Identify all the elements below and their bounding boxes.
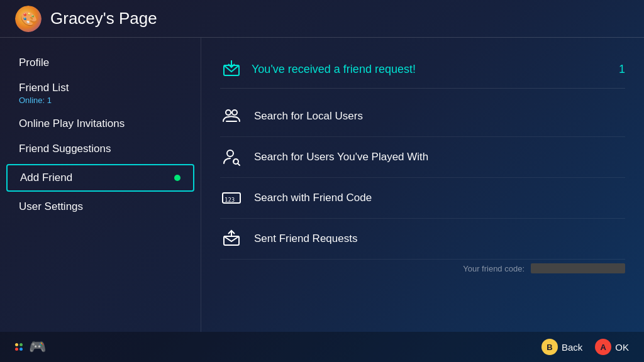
friend-code-area: Your friend code: [220,260,625,273]
friend-request-icon [220,58,243,80]
dot-green [19,343,23,346]
controller-icon: 🎮 [29,339,46,355]
ok-button[interactable]: A OK [595,339,629,355]
dot-blue [19,348,23,351]
menu-item-friend-code[interactable]: 123 Search with Friend Code [220,178,625,219]
sidebar-item-label: Friend List [19,82,69,94]
sidebar: Profile Friend List Online: 1 Online Pla… [0,38,201,332]
dot-red [15,348,18,351]
page-title: Gracey's Page [50,9,157,28]
main-layout: Profile Friend List Online: 1 Online Pla… [0,38,644,332]
svg-line-6 [238,163,240,165]
avatar: 🎨 [15,6,42,32]
sidebar-item-label: User Settings [19,200,83,212]
banner-left: You've received a friend request! [220,58,416,80]
bottom-right: B Back A OK [541,339,629,355]
menu-item-search-played[interactable]: Search for Users You've Played With [220,137,625,178]
sidebar-item-friend-suggestions[interactable]: Friend Suggestions [0,136,201,162]
friend-code-icon: 123 [220,187,243,209]
content-area: You've received a friend request! 1 Sear… [201,38,644,332]
sidebar-item-label: Online Play Invitations [19,118,125,129]
a-button-label: A [601,343,606,352]
sidebar-item-profile[interactable]: Profile [0,50,201,75]
menu-item-label: Search with Friend Code [254,192,372,204]
back-button[interactable]: B Back [541,339,582,355]
friend-request-banner[interactable]: You've received a friend request! 1 [220,50,625,89]
sidebar-item-user-settings[interactable]: User Settings [0,194,201,219]
svg-point-4 [227,150,233,156]
sidebar-item-add-friend[interactable]: Add Friend [6,164,194,192]
sidebar-item-friend-list[interactable]: Friend List Online: 1 [0,75,201,111]
user-search-icon [220,146,243,168]
svg-text:123: 123 [225,197,235,203]
b-button-label: B [547,343,552,352]
sidebar-item-label: Profile [19,57,49,69]
svg-point-2 [226,110,231,115]
send-icon [220,228,243,250]
friend-code-value [531,263,625,273]
bottom-bar: 🎮 B Back A OK [0,332,644,362]
ok-label: OK [615,342,629,353]
menu-item-label: Search for Local Users [254,110,363,123]
menu-item-label: Search for Users You've Played With [254,151,428,163]
banner-text: You've received a friend request! [252,63,416,76]
menu-item-sent-requests[interactable]: Sent Friend Requests [220,219,625,260]
menu-item-label: Sent Friend Requests [254,233,357,245]
menu-item-search-local[interactable]: Search for Local Users [220,96,625,137]
sidebar-item-label: Add Friend [20,172,72,184]
b-button-circle: B [541,339,558,355]
controller-dots [15,343,23,351]
sidebar-item-online-play-invitations[interactable]: Online Play Invitations [0,111,201,136]
active-dot [174,175,180,181]
friend-list-online-count: Online: 1 [19,96,182,105]
bottom-left: 🎮 [15,339,46,355]
friend-code-label: Your friend code: [463,264,525,273]
banner-count: 1 [619,63,625,76]
svg-point-3 [232,110,237,115]
sidebar-item-label: Friend Suggestions [19,143,111,155]
a-button-circle: A [595,339,611,355]
back-label: Back [562,342,582,353]
dot-yellow [15,343,18,346]
avatar-image: 🎨 [15,6,42,32]
header: 🎨 Gracey's Page [0,0,644,38]
users-icon [220,105,243,128]
